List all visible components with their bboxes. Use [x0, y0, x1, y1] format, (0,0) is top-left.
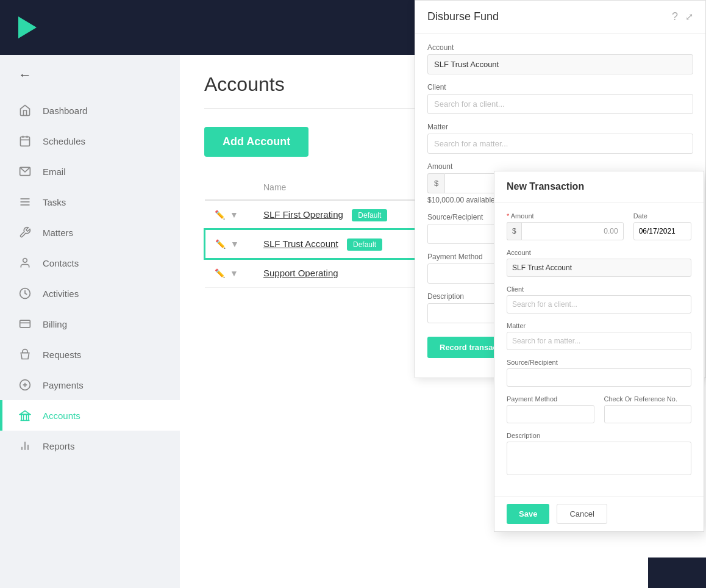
nt-client-input[interactable]	[507, 295, 691, 314]
sidebar-item-schedules[interactable]: Schedules	[0, 126, 180, 156]
sidebar-label-email: Email	[43, 167, 66, 177]
sidebar-item-billing[interactable]: Billing	[0, 309, 180, 339]
nt-date-input[interactable]	[633, 222, 691, 240]
row-actions: ✏️ ▼	[215, 268, 244, 278]
account-field-group: Account SLF Trust Account	[427, 43, 693, 74]
nt-description-group: Description	[507, 432, 691, 478]
nt-dollar-sign: $	[507, 222, 521, 240]
actions-column-header	[205, 175, 254, 200]
sidebar-item-payments[interactable]: Payments	[0, 370, 180, 400]
edit-icon[interactable]: ✏️	[215, 268, 225, 278]
nt-save-button[interactable]: Save	[507, 504, 549, 524]
new-transaction-header: New Transaction	[494, 171, 704, 203]
nt-account-value: SLF Trust Account	[507, 259, 691, 277]
sidebar-item-contacts[interactable]: Contacts	[0, 248, 180, 278]
nt-check-ref-label: Check Or Reference No.	[604, 395, 692, 403]
nt-check-ref-input[interactable]	[604, 405, 692, 423]
black-rectangle	[648, 558, 706, 588]
clock-icon	[18, 287, 32, 300]
nt-matter-input[interactable]	[507, 332, 691, 350]
new-transaction-body: * Amount $ Date Account SLF Trust Accoun…	[494, 203, 704, 496]
svg-point-8	[23, 259, 27, 263]
sidebar: ← Dashboard Schedules Email	[0, 0, 180, 588]
nt-date-group: Date	[633, 212, 691, 240]
nt-payment-row: Payment Method Check Wire ACH Check Or R…	[507, 395, 691, 423]
nt-matter-row: Matter	[507, 322, 691, 350]
expand-icon[interactable]: ⤢	[685, 11, 693, 23]
account-name-slf-trust[interactable]: SLF Trust Account	[263, 238, 338, 249]
sidebar-label-billing: Billing	[43, 319, 67, 329]
sidebar-item-dashboard[interactable]: Dashboard	[0, 95, 180, 126]
nt-date-label: Date	[633, 212, 691, 220]
requests-icon	[18, 348, 32, 361]
account-field-label: Account	[427, 43, 693, 52]
account-name-slf-first[interactable]: SLF First Operating	[263, 209, 343, 220]
nt-source-label: Source/Recipient	[507, 359, 691, 366]
bank-icon	[18, 409, 32, 422]
nt-amount-label: * Amount	[507, 212, 624, 220]
nt-payment-method-group: Payment Method Check Wire ACH	[507, 395, 594, 423]
new-transaction-title: New Transaction	[507, 181, 584, 192]
disburse-title: Disburse Fund	[427, 10, 499, 23]
sidebar-item-tasks[interactable]: Tasks	[0, 187, 180, 217]
coin-icon	[18, 378, 32, 392]
client-field-label: Client	[427, 83, 693, 91]
billing-icon	[18, 317, 32, 331]
app-logo	[12, 12, 43, 43]
nt-source-input[interactable]	[507, 368, 691, 387]
dropdown-icon[interactable]: ▼	[230, 268, 238, 278]
nt-payment-select-wrap: Check Wire ACH	[507, 405, 594, 423]
dropdown-icon[interactable]: ▼	[230, 210, 238, 220]
amount-field-label: Amount	[427, 162, 693, 171]
new-transaction-footer: Save Cancel	[494, 496, 704, 531]
nt-cancel-button[interactable]: Cancel	[557, 504, 607, 524]
nt-source-row: Source/Recipient	[507, 359, 691, 387]
dropdown-icon[interactable]: ▼	[230, 239, 239, 249]
logo-triangle	[18, 16, 37, 38]
nt-amount-field: $	[507, 222, 624, 240]
nt-description-label: Description	[507, 432, 691, 439]
tasks-icon	[18, 195, 32, 209]
help-icon[interactable]: ?	[672, 10, 678, 23]
sidebar-label-requests: Requests	[43, 350, 81, 360]
add-account-button[interactable]: Add Account	[204, 127, 308, 157]
sidebar-label-accounts: Accounts	[43, 411, 80, 421]
sidebar-label-contacts: Contacts	[43, 258, 79, 268]
chart-icon	[18, 439, 32, 453]
edit-icon[interactable]: ✏️	[215, 210, 225, 220]
matter-field-label: Matter	[427, 123, 693, 131]
account-field-value: SLF Trust Account	[427, 54, 693, 74]
row-actions: ✏️ ▼	[215, 239, 244, 249]
calendar-icon	[18, 134, 32, 148]
edit-icon[interactable]: ✏️	[215, 239, 226, 249]
sidebar-item-activities[interactable]: Activities	[0, 278, 180, 309]
back-button[interactable]: ←	[0, 61, 180, 95]
sidebar-item-accounts[interactable]: Accounts	[0, 400, 180, 431]
nt-payment-method-label: Payment Method	[507, 395, 594, 403]
nt-matter-group: Matter	[507, 322, 691, 350]
nt-account-row: Account SLF Trust Account	[507, 249, 691, 277]
sidebar-item-reports[interactable]: Reports	[0, 431, 180, 461]
nt-description-textarea[interactable]	[507, 442, 691, 475]
account-name-support[interactable]: Support Operating	[263, 268, 338, 278]
sidebar-label-payments: Payments	[43, 380, 84, 390]
nt-client-row: Client	[507, 285, 691, 314]
nt-payment-select[interactable]: Check Wire ACH	[507, 405, 594, 423]
sidebar-item-email[interactable]: Email	[0, 156, 180, 187]
disburse-header-icons: ? ⤢	[672, 10, 693, 23]
disburse-header: Disburse Fund ? ⤢	[415, 1, 705, 34]
sidebar-label-dashboard: Dashboard	[43, 106, 87, 116]
nt-check-ref-group: Check Or Reference No.	[604, 395, 692, 423]
default-badge: Default	[347, 238, 382, 251]
sidebar-label-activities: Activities	[43, 289, 79, 299]
person-icon	[18, 256, 32, 270]
nt-amount-input[interactable]	[521, 222, 624, 240]
client-search-input[interactable]	[427, 94, 693, 114]
nt-account-group: Account SLF Trust Account	[507, 249, 691, 277]
matter-search-input[interactable]	[427, 134, 693, 154]
amount-date-row: * Amount $ Date	[507, 212, 691, 240]
sidebar-item-requests[interactable]: Requests	[0, 339, 180, 370]
client-field-group: Client	[427, 83, 693, 114]
sidebar-item-matters[interactable]: Matters	[0, 217, 180, 248]
svg-rect-10	[20, 320, 30, 328]
